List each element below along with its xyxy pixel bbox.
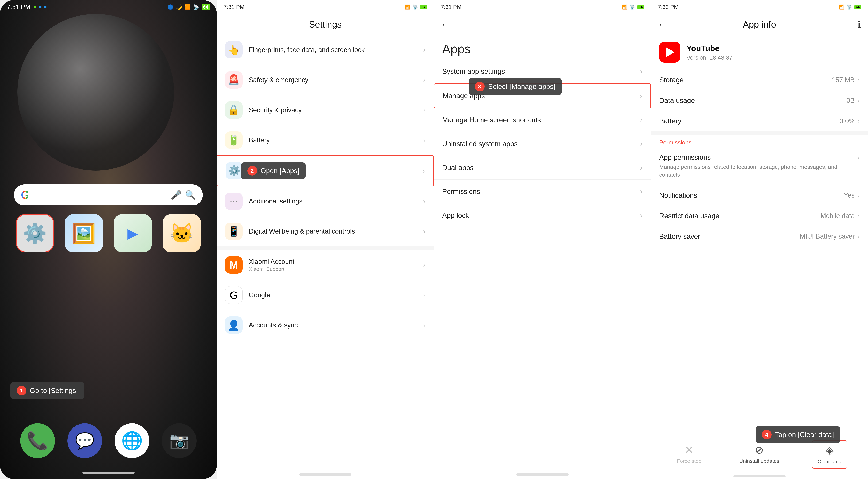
appinfo-row-batterysaver[interactable]: Battery saver MIUI Battery saver › (651, 226, 868, 247)
appinfo-row-restrict[interactable]: Restrict data usage Mobile data › (651, 206, 868, 226)
apps-item-dual[interactable]: Dual apps › (434, 156, 651, 180)
datausage-chevron: › (857, 97, 860, 104)
playstore-app-icon[interactable]: ▶ (114, 214, 152, 252)
clear-data-button[interactable]: ◈ Clear data (812, 440, 847, 469)
dock-chrome-icon[interactable]: 🌐 (115, 423, 149, 458)
notification-dot-blue2: ■ (44, 4, 47, 10)
battery-label: Battery (249, 136, 420, 144)
appinfo-row-notifications[interactable]: Notifications Yes › (651, 185, 868, 206)
mi-app-wrap[interactable]: 🐱 (161, 214, 203, 252)
fingerprints-label: Fingerprints, face data, and screen lock (249, 46, 420, 54)
playstore-app-wrap[interactable]: ▶ (112, 214, 154, 252)
uninstall-updates-button[interactable]: ⊘ Uninstall updates (734, 440, 784, 468)
search-bar[interactable]: G 🎤 🔍 (14, 185, 203, 205)
apps-wifi: 📡 (630, 4, 635, 10)
home-shortcuts-chevron: › (640, 116, 643, 124)
apps-content: Apps System app settings › Manage apps ›… (434, 35, 651, 470)
settings-item-fingerprints[interactable]: 👆 Fingerprints, face data, and screen lo… (217, 35, 434, 65)
appinfo-row-storage[interactable]: Storage 157 MB › (651, 70, 868, 90)
apps-tooltip-wrapper: ⚙️ Apps › 2 Open [Apps] (217, 155, 434, 186)
additional-icon: ⋯ (225, 192, 243, 210)
microphone-icon[interactable]: 🎤 (171, 190, 182, 200)
apps-item-uninstalled[interactable]: Uninstalled system apps › (434, 132, 651, 156)
battery-info-label: Battery (659, 117, 840, 125)
settings-battery: 64 (420, 5, 427, 9)
settings-content: 👆 Fingerprints, face data, and screen lo… (217, 35, 434, 470)
datausage-value: 0B (846, 97, 855, 104)
step-1-badge: 1 (17, 386, 27, 395)
safety-label: Safety & emergency (249, 76, 420, 84)
apps-back-button[interactable]: ← (441, 19, 450, 30)
step-3-badge: 3 (475, 82, 485, 91)
dock-camera-icon[interactable]: 📷 (162, 423, 196, 458)
tooltip-1-text: Go to [Settings] (30, 387, 78, 394)
wallpaper-sphere (18, 14, 174, 170)
notifications-value: Yes (844, 192, 855, 199)
settings-item-accounts[interactable]: 👤 Accounts & sync › (217, 310, 434, 340)
appinfo-row-datausage[interactable]: Data usage 0B › (651, 90, 868, 111)
settings-header: Settings (217, 14, 434, 35)
apps-header: ← (434, 14, 651, 35)
manage-apps-tooltip-wrap: Manage apps › 3 Select [Manage apps] (434, 84, 651, 108)
settings-divider (217, 247, 434, 250)
appinfo-status-right: 📶 📡 64 (839, 4, 861, 10)
apppermissions-header: App permissions › (659, 154, 860, 161)
home-time: 7:31 PM (7, 3, 30, 11)
apps-item-applock[interactable]: App lock › (434, 203, 651, 227)
force-stop-button[interactable]: ✕ Force stop (672, 440, 707, 468)
settings-app-wrap[interactable]: ⚙️ (14, 214, 56, 252)
clear-data-icon: ◈ (826, 444, 834, 456)
apps-status-bar: 7:31 PM 📶 📡 64 (434, 0, 651, 14)
apppermissions-chevron: › (857, 154, 860, 161)
settings-item-battery[interactable]: 🔋 Battery › (217, 125, 434, 155)
appinfo-row-battery[interactable]: Battery 0.0% › (651, 111, 868, 131)
fingerprints-text: Fingerprints, face data, and screen lock (249, 46, 420, 54)
appinfo-info-icon[interactable]: ℹ (858, 19, 861, 30)
tooltip-2-text: Open [Apps] (260, 167, 299, 175)
settings-item-google[interactable]: G Google › (217, 280, 434, 310)
apps-battery: 64 (637, 5, 644, 9)
settings-item-xiaomi[interactable]: M Xiaomi Account Xiaomi Support › (217, 250, 434, 280)
app-name: YouTube (686, 44, 733, 53)
appinfo-back-button[interactable]: ← (658, 19, 667, 30)
settings-app-icon[interactable]: ⚙️ (16, 214, 54, 252)
restrict-label: Restrict data usage (659, 212, 820, 220)
mi-app-icon[interactable]: 🐱 (163, 214, 201, 252)
apps-chevron: › (423, 166, 425, 175)
settings-item-security[interactable]: 🔒 Security & privacy › (217, 95, 434, 125)
photos-app-icon[interactable]: 🖼️ (65, 214, 103, 252)
appinfo-signal: 📶 (839, 4, 845, 10)
storage-label: Storage (659, 76, 832, 84)
settings-item-safety[interactable]: 🚨 Safety & emergency › (217, 65, 434, 95)
dock-phone-icon[interactable]: 📞 (20, 423, 55, 458)
digital-text: Digital Wellbeing & parental controls (249, 228, 420, 235)
safety-icon: 🚨 (225, 71, 243, 89)
apps-item-permissions[interactable]: Permissions › (434, 180, 651, 203)
notification-dot-green: ● (34, 4, 37, 10)
apps-page-title: Apps (434, 35, 651, 60)
photos-app-wrap[interactable]: 🖼️ (63, 214, 105, 252)
dock-messages-icon[interactable]: 💬 (67, 423, 102, 458)
step-2-badge: 2 (247, 166, 257, 175)
step-4-badge: 4 (762, 430, 772, 440)
additional-text: Additional settings (249, 197, 420, 205)
lens-icon[interactable]: 🔍 (185, 190, 196, 200)
uninstalled-chevron: › (640, 139, 643, 148)
battery-text: Battery (249, 136, 420, 144)
settings-home-indicator (299, 473, 351, 476)
settings-status-bar: 7:31 PM 📶 📡 64 (217, 0, 434, 14)
settings-item-digital[interactable]: 📱 Digital Wellbeing & parental controls … (217, 216, 434, 247)
tooltip-1-content: 1 Go to [Settings] (10, 382, 84, 399)
settings-status-right: 📶 📡 64 (405, 4, 427, 10)
youtube-icon (659, 42, 680, 63)
xiaomi-label: Xiaomi Account (249, 258, 420, 265)
settings-item-additional[interactable]: ⋯ Additional settings › (217, 186, 434, 216)
settings-panel: 7:31 PM 📶 📡 64 Settings 👆 Fingerprints, … (217, 0, 434, 479)
tooltip-4-text: Tap on [Clear data] (775, 431, 834, 439)
wifi-icon: 📡 (193, 4, 199, 10)
appinfo-row-apppermissions[interactable]: App permissions › Manage permissions rel… (651, 147, 868, 185)
apps-item-home-shortcuts[interactable]: Manage Home screen shortcuts › (434, 108, 651, 132)
xiaomi-chevron: › (423, 261, 426, 269)
google-text: Google (249, 291, 420, 299)
notifications-label: Notifications (659, 191, 844, 199)
